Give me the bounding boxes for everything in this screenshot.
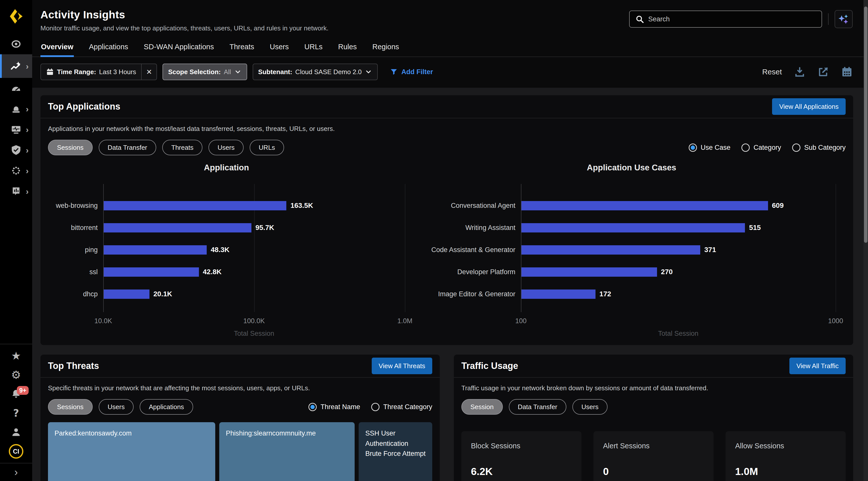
sidebar-item-favorites[interactable]: ★ bbox=[0, 346, 32, 365]
sidebar-expand-chevron-icon[interactable]: › bbox=[0, 463, 32, 481]
traffic-usage-chip-data-transfer[interactable]: Data Transfer bbox=[509, 399, 567, 415]
chart-controls: SessionsData TransferThreatsUsersURLs Us… bbox=[48, 140, 846, 155]
top-applications-chip-sessions[interactable]: Sessions bbox=[48, 140, 93, 155]
close-icon[interactable]: ✕ bbox=[142, 68, 156, 76]
card-title: Top Threats bbox=[48, 361, 99, 371]
add-filter-button[interactable]: Add Filter bbox=[390, 68, 433, 76]
radio-circle-icon bbox=[689, 144, 697, 152]
top-applications-chip-data-transfer[interactable]: Data Transfer bbox=[99, 140, 156, 155]
chart-title: Application Use Cases bbox=[428, 163, 836, 172]
header-zone: Activity Insights Monitor traffic usage,… bbox=[32, 0, 868, 88]
sidebar-item-dashboards[interactable] bbox=[0, 78, 32, 98]
metric-value: 6.2K bbox=[471, 466, 572, 478]
scrollbar-thumb[interactable] bbox=[864, 6, 868, 243]
treemap-tile-label: Parked:kentonsawdy.com bbox=[55, 428, 209, 439]
treemap-tile-phishing-slearncommnuity-me[interactable]: Phishing:slearncommnuity.me bbox=[219, 422, 354, 481]
view-all-applications-button[interactable]: View All Applications bbox=[772, 98, 846, 115]
sidebar-item-settings[interactable]: ⚙ bbox=[0, 365, 32, 385]
tab-sd-wan-applications[interactable]: SD-WAN Applications bbox=[143, 39, 214, 57]
bar[interactable] bbox=[104, 245, 207, 254]
scrollbar-track[interactable] bbox=[864, 0, 868, 481]
bar[interactable] bbox=[521, 267, 657, 277]
settings-gear-icon: ⚙ bbox=[11, 369, 21, 381]
sidebar-item-help[interactable]: ? bbox=[0, 403, 32, 423]
add-filter-label: Add Filter bbox=[401, 68, 433, 76]
top-threats-radio-threat-name[interactable]: Threat Name bbox=[308, 403, 360, 411]
top-threats-chip-applications[interactable]: Applications bbox=[140, 399, 193, 415]
sidebar-item-activity-insights[interactable]: › bbox=[0, 54, 32, 78]
dashboard-gauge-icon bbox=[10, 82, 22, 94]
top-threats-chip-users[interactable]: Users bbox=[99, 399, 134, 415]
radio-label: Threat Name bbox=[320, 403, 360, 411]
time-range-filter-chip[interactable]: Time Range: Last 3 Hours ✕ bbox=[40, 64, 157, 80]
top-threats-radio-threat-category[interactable]: Threat Category bbox=[371, 403, 432, 411]
sidebar-nav: ›››››› bbox=[0, 34, 32, 202]
ai-assistant-button[interactable] bbox=[835, 10, 853, 28]
subtenant-dropdown[interactable]: Subtenant: Cloud SASE Demo 2.0 bbox=[253, 64, 378, 80]
traffic-usage-chip-session[interactable]: Session bbox=[461, 399, 503, 415]
charts-row: Application web-browsingbittorrentpingss… bbox=[48, 163, 846, 337]
sidebar-item-alerts[interactable]: › bbox=[0, 98, 32, 119]
bar[interactable] bbox=[104, 223, 251, 233]
chart-bar-row: 270 bbox=[521, 261, 836, 283]
chart-controls: SessionsUsersApplications Threat NameThr… bbox=[48, 399, 432, 415]
bar-chart-application: Application web-browsingbittorrentpingss… bbox=[48, 163, 415, 337]
reset-button[interactable]: Reset bbox=[762, 68, 782, 76]
tab-rules[interactable]: Rules bbox=[338, 39, 357, 57]
top-applications-radio-category[interactable]: Category bbox=[741, 144, 781, 152]
view-all-threats-button[interactable]: View All Threats bbox=[372, 358, 432, 374]
chart-category-label: ssl bbox=[48, 261, 103, 283]
top-applications-chip-users[interactable]: Users bbox=[209, 140, 244, 155]
page: ›››››› ★⚙9+?CI › Activity Insights Monit… bbox=[0, 0, 868, 481]
tab-overview[interactable]: Overview bbox=[40, 39, 74, 57]
tab-regions[interactable]: Regions bbox=[372, 39, 399, 57]
bar[interactable] bbox=[521, 245, 700, 254]
sidebar-item-profile[interactable] bbox=[0, 423, 32, 442]
download-icon[interactable] bbox=[794, 66, 805, 78]
sidebar-item-observability[interactable] bbox=[0, 34, 32, 54]
bar-value-label: 163.5K bbox=[290, 202, 313, 210]
tab-threats[interactable]: Threats bbox=[229, 39, 255, 57]
card-header: Top Applications View All Applications bbox=[40, 95, 853, 118]
tab-urls[interactable]: URLs bbox=[304, 39, 323, 57]
bar[interactable] bbox=[104, 267, 199, 277]
sidebar-item-security[interactable]: › bbox=[0, 140, 32, 160]
bar[interactable] bbox=[104, 290, 149, 299]
top-applications-radio-use-case[interactable]: Use Case bbox=[689, 144, 731, 152]
top-applications-chip-urls[interactable]: URLs bbox=[250, 140, 284, 155]
sidebar: ›››››› ★⚙9+?CI › bbox=[0, 0, 32, 481]
scope-selection-dropdown[interactable]: Scope Selection: All bbox=[162, 64, 247, 80]
sidebar-item-device-monitoring[interactable]: › bbox=[0, 119, 32, 140]
gridline bbox=[836, 184, 836, 312]
chart-category-label: web-browsing bbox=[48, 194, 103, 217]
chevron-right-icon: › bbox=[26, 62, 29, 70]
treemap-tile-parked-kentonsawdy-com[interactable]: Parked:kentonsawdy.com bbox=[48, 422, 215, 481]
observability-icon bbox=[10, 38, 22, 50]
schedule-calendar-icon[interactable] bbox=[841, 66, 853, 78]
sidebar-item-account[interactable]: CI bbox=[0, 442, 32, 461]
search-input[interactable] bbox=[648, 15, 816, 23]
treemap-tile-ssh-user-authentication-brute-[interactable]: SSH User Authentication Brute Force Atte… bbox=[359, 422, 432, 481]
app-logo-icon[interactable] bbox=[7, 5, 25, 27]
top-applications-radio-sub-category[interactable]: Sub Category bbox=[792, 144, 846, 152]
sidebar-item-services[interactable]: › bbox=[0, 160, 32, 181]
tab-applications[interactable]: Applications bbox=[88, 39, 129, 57]
chevron-down-icon bbox=[365, 68, 372, 76]
traffic-usage-chip-users[interactable]: Users bbox=[572, 399, 608, 415]
tab-users[interactable]: Users bbox=[269, 39, 289, 57]
bar[interactable] bbox=[104, 201, 286, 210]
chart-category-label: dhcp bbox=[48, 283, 103, 305]
chart-category-label: Writing Assistant bbox=[428, 217, 521, 239]
view-all-traffic-button[interactable]: View All Traffic bbox=[789, 358, 846, 374]
top-applications-chip-threats[interactable]: Threats bbox=[162, 140, 203, 155]
bar[interactable] bbox=[521, 290, 595, 299]
filter-chips: Time Range: Last 3 Hours ✕ Scope Selecti… bbox=[40, 64, 378, 80]
bar[interactable] bbox=[521, 223, 745, 233]
sidebar-item-reports[interactable]: › bbox=[0, 181, 32, 202]
radio-circle-icon bbox=[741, 144, 750, 152]
share-icon[interactable] bbox=[817, 66, 829, 78]
bar[interactable] bbox=[521, 201, 768, 210]
top-threats-chip-sessions[interactable]: Sessions bbox=[48, 399, 93, 415]
metric-label: Allow Sessions bbox=[735, 442, 836, 450]
sidebar-item-notifications[interactable]: 9+ bbox=[0, 385, 32, 403]
